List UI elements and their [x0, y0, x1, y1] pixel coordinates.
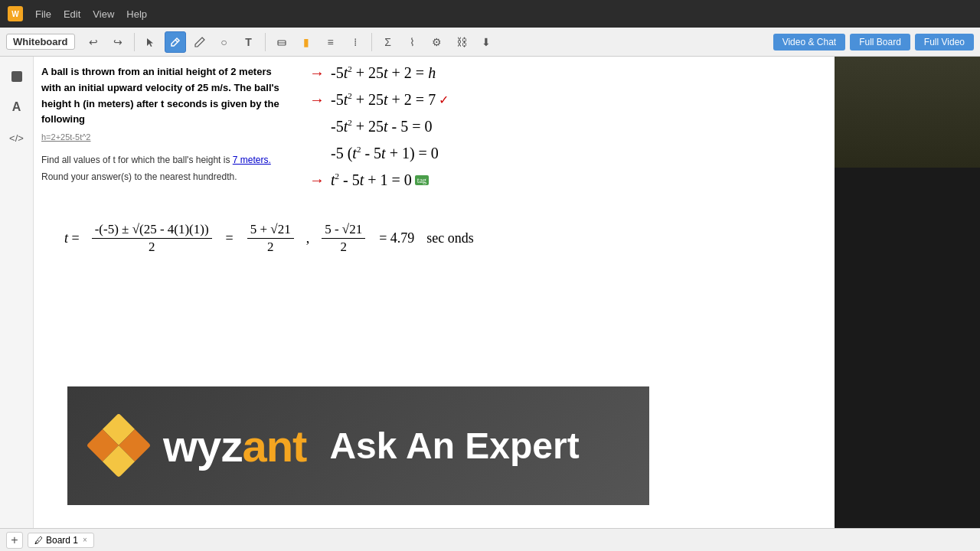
equations-area: → -5t2 + 25t + 2 = h → -5t2 + 25t + 2 = …: [309, 60, 827, 198]
graph-button[interactable]: ⌇: [402, 31, 423, 53]
board-label: Board 1: [46, 535, 78, 546]
select-button[interactable]: [140, 31, 162, 53]
fraction-plus: 5 + √21 2: [247, 221, 294, 256]
wyzant-ant: ant: [242, 421, 306, 471]
video-chat-button[interactable]: Video & Chat: [773, 34, 846, 51]
equals-sign: =: [226, 230, 234, 246]
sigma-button[interactable]: Σ: [377, 31, 399, 53]
menu-file[interactable]: File: [35, 8, 51, 20]
main-fraction: -(-5) ± √(25 - 4(1)(1)) 2: [92, 221, 212, 256]
toolbar: Whiteboard ↩ ↪ ○ T ▮ ≡ ⁞ Σ ⌇ ⚙ ⛓ ⬇ Video…: [0, 28, 980, 57]
top-menubar: W File Edit View Help: [0, 0, 980, 28]
undo-button[interactable]: ↩: [83, 31, 104, 53]
whiteboard-label: Whiteboard: [6, 34, 75, 50]
bottom-bar: + 🖊 Board 1 ×: [0, 528, 980, 551]
text-button[interactable]: T: [238, 31, 260, 53]
menu-help[interactable]: Help: [126, 8, 147, 20]
problem-text: A ball is thrown from an initial height …: [41, 64, 286, 184]
equation-3: -5t2 + 25t - 5 = 0: [331, 118, 827, 135]
full-board-button[interactable]: Full Board: [850, 34, 910, 51]
frac-plus-numerator: 5 + √21: [247, 221, 294, 239]
frac-plus-denominator: 2: [264, 239, 277, 256]
eq5-text: t2 - 5t + 1 = 0: [331, 171, 412, 189]
arrow-1: →: [309, 64, 325, 82]
ask-expert-text: Ask An Expert: [329, 425, 579, 467]
equation-5: → t2 - 5t + 1 = 0 tag: [309, 171, 827, 189]
frac-minus-numerator: 5 - √21: [322, 221, 365, 239]
download-button[interactable]: ⬇: [475, 31, 497, 53]
circle-button[interactable]: ○: [214, 31, 235, 53]
problem-statement: A ball is thrown from an initial height …: [41, 66, 279, 125]
left-sidebar: A </>: [0, 57, 34, 528]
formula-reference: h=2+25t-5t^2: [41, 131, 286, 144]
green-tag: tag: [415, 175, 429, 185]
eq1-text: -5t2 + 25t + 2 = h: [331, 64, 436, 82]
main-area: A </> A ball is thrown from an initial h…: [0, 57, 980, 528]
frac-minus-denominator: 2: [337, 239, 350, 256]
pen-button[interactable]: [165, 31, 186, 53]
find-instruction: Find all values of t for which the ball'…: [41, 153, 286, 167]
wyzant-banner: wyzant Ask An Expert: [67, 386, 649, 505]
lines2-button[interactable]: ⁞: [345, 31, 366, 53]
full-video-button[interactable]: Full Video: [915, 34, 974, 51]
comma-separator: ,: [306, 230, 310, 246]
sidebar-home-button[interactable]: [5, 64, 29, 89]
pencil-button[interactable]: [189, 31, 211, 53]
eq3-text: -5t2 + 25t - 5 = 0: [331, 118, 433, 135]
svg-line-0: [175, 40, 178, 42]
t-equals-label: t =: [64, 230, 80, 246]
menu-view[interactable]: View: [93, 8, 114, 20]
eq2-text: -5t2 + 25t + 2 = 7: [331, 91, 436, 109]
eraser-button[interactable]: [271, 31, 292, 53]
quadratic-formula: t = -(-5) ± √(25 - 4(1)(1)) 2 = 5 + √21 …: [64, 221, 474, 256]
sidebar-code-button[interactable]: </>: [5, 126, 29, 150]
highlight-button[interactable]: ▮: [296, 31, 317, 53]
lines-button[interactable]: ≡: [320, 31, 341, 53]
main-fraction-denominator: 2: [145, 239, 158, 256]
wyzant-z: z: [220, 421, 242, 471]
sidebar-text-button[interactable]: A: [5, 95, 29, 119]
app-logo: W: [8, 6, 23, 21]
wyzant-logo: [90, 417, 148, 474]
fraction-minus: 5 - √21 2: [322, 221, 365, 256]
result-value: = 4.79: [379, 230, 414, 246]
red-checkmark: ✓: [439, 93, 449, 107]
link-button[interactable]: ⛓: [451, 31, 472, 53]
wyzant-wy: wy: [163, 421, 220, 471]
board-close-button[interactable]: ×: [83, 536, 87, 544]
target-value: 7 meters.: [233, 155, 271, 165]
board-icon: 🖊: [34, 536, 43, 545]
equation-4: -5 (t2 - 5t + 1) = 0: [331, 145, 827, 162]
add-board-button[interactable]: +: [6, 532, 23, 549]
gear-button[interactable]: ⚙: [426, 31, 448, 53]
menu-edit[interactable]: Edit: [64, 8, 80, 20]
eq4-text: -5 (t2 - 5t + 1) = 0: [331, 145, 439, 162]
arrow-5: →: [309, 171, 325, 189]
equation-2: → -5t2 + 25t + 2 = 7 ✓: [309, 91, 827, 109]
video-feed: [835, 57, 980, 168]
seconds-label: sec onds: [426, 230, 474, 246]
board-tab-1[interactable]: 🖊 Board 1 ×: [28, 533, 94, 548]
round-instruction: Round your answer(s) to the nearest hund…: [41, 170, 286, 184]
wyzant-wordmark: wyzant: [163, 424, 306, 468]
main-fraction-numerator: -(-5) ± √(25 - 4(1)(1)): [92, 221, 212, 239]
video-panel: [835, 57, 980, 528]
arrow-2: →: [309, 91, 325, 109]
whiteboard-canvas[interactable]: A ball is thrown from an initial height …: [34, 57, 835, 528]
equation-1: → -5t2 + 25t + 2 = h: [309, 64, 827, 82]
svg-rect-3: [11, 71, 22, 82]
redo-button[interactable]: ↪: [107, 31, 129, 53]
